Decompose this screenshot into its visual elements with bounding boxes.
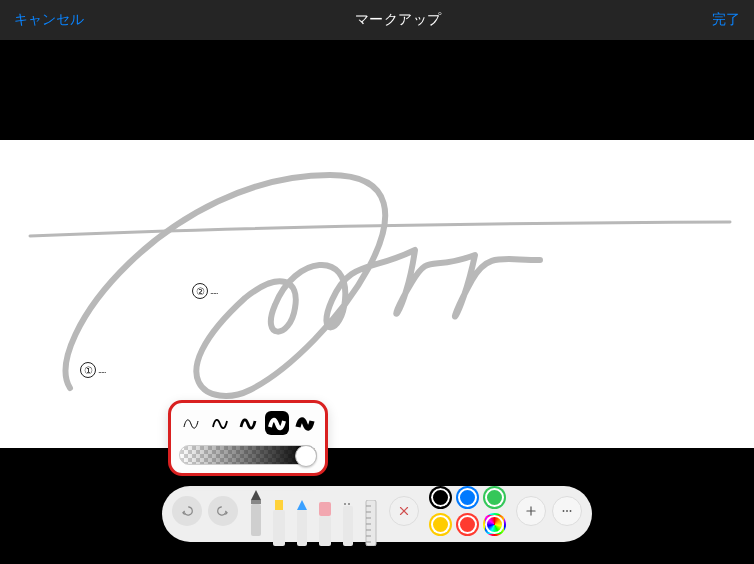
opacity-slider[interactable] bbox=[179, 445, 317, 465]
color-swatch-blue[interactable] bbox=[456, 486, 479, 509]
page-title: マークアップ bbox=[355, 11, 442, 29]
undo-icon bbox=[180, 504, 194, 518]
svg-rect-2 bbox=[251, 504, 261, 536]
svg-point-20 bbox=[570, 510, 572, 512]
svg-rect-4 bbox=[273, 510, 285, 546]
svg-rect-10 bbox=[366, 500, 376, 546]
tool-marker[interactable] bbox=[269, 500, 289, 546]
svg-point-19 bbox=[566, 510, 568, 512]
tool-pen[interactable] bbox=[246, 490, 266, 536]
color-swatch-black[interactable] bbox=[429, 486, 452, 509]
stroke-weight-option-2[interactable] bbox=[208, 411, 232, 435]
stroke-options-popover bbox=[168, 400, 328, 476]
more-button[interactable] bbox=[552, 496, 582, 526]
close-tools-button[interactable] bbox=[389, 496, 419, 526]
svg-point-18 bbox=[563, 510, 565, 512]
plus-icon bbox=[524, 504, 538, 518]
markup-toolbar bbox=[162, 486, 592, 542]
opacity-slider-knob[interactable] bbox=[295, 445, 317, 467]
ellipsis-icon bbox=[560, 504, 574, 518]
tool-lasso[interactable] bbox=[338, 500, 358, 546]
svg-rect-3 bbox=[275, 500, 283, 510]
color-swatch-red[interactable] bbox=[456, 513, 479, 536]
tool-eraser[interactable] bbox=[315, 500, 335, 546]
svg-marker-0 bbox=[251, 490, 261, 500]
redo-icon bbox=[216, 504, 230, 518]
cancel-button[interactable]: キャンセル bbox=[14, 11, 84, 29]
color-swatches bbox=[429, 486, 506, 536]
stroke-weight-option-5[interactable] bbox=[293, 411, 317, 435]
undo-button[interactable] bbox=[172, 496, 202, 526]
svg-rect-8 bbox=[319, 516, 331, 546]
add-button[interactable] bbox=[516, 496, 546, 526]
svg-rect-9 bbox=[343, 506, 353, 546]
stroke-thickness-row bbox=[179, 409, 317, 437]
svg-rect-7 bbox=[319, 502, 331, 516]
redo-button[interactable] bbox=[208, 496, 238, 526]
color-swatch-yellow[interactable] bbox=[429, 513, 452, 536]
markup-header: キャンセル マークアップ 完了 bbox=[0, 0, 754, 40]
close-icon bbox=[397, 504, 411, 518]
callout-label-1: ①..... bbox=[80, 362, 106, 378]
signature-stroke bbox=[0, 140, 754, 448]
tool-ruler[interactable] bbox=[361, 500, 381, 546]
tool-pencil[interactable] bbox=[292, 500, 312, 546]
upper-letterbox bbox=[0, 40, 754, 140]
drawing-canvas[interactable]: ①..... ②..... bbox=[0, 140, 754, 448]
color-swatch-green[interactable] bbox=[483, 486, 506, 509]
tool-tray bbox=[244, 486, 383, 536]
stroke-weight-option-1[interactable] bbox=[179, 411, 203, 435]
stroke-weight-option-3[interactable] bbox=[236, 411, 260, 435]
callout-label-2: ②..... bbox=[192, 283, 218, 299]
svg-rect-6 bbox=[297, 510, 307, 546]
svg-marker-5 bbox=[297, 500, 307, 510]
color-swatch-picker[interactable] bbox=[483, 513, 506, 536]
stroke-weight-option-4[interactable] bbox=[265, 411, 289, 435]
svg-rect-1 bbox=[251, 500, 261, 504]
done-button[interactable]: 完了 bbox=[712, 11, 740, 29]
